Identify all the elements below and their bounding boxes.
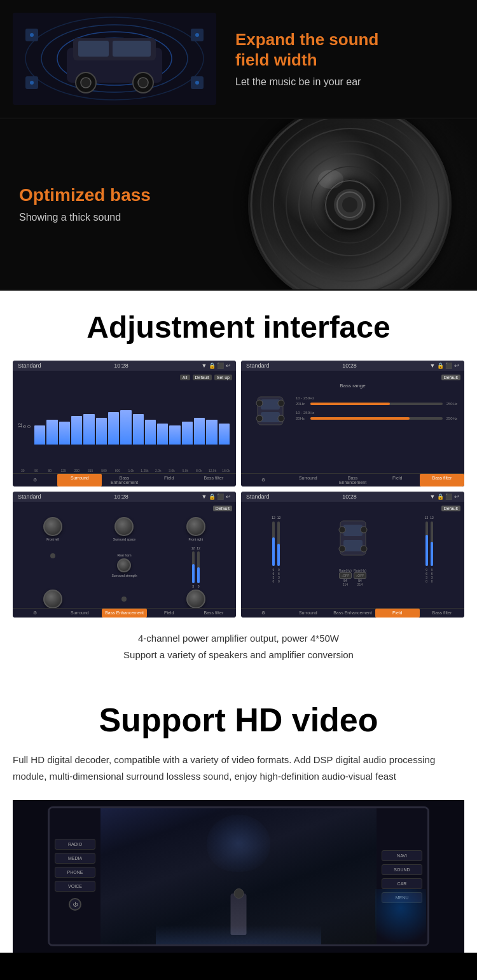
eq-bar-14 bbox=[194, 418, 205, 445]
knob-surstr-circle bbox=[117, 558, 131, 572]
ss-bass-time: 10:28 bbox=[342, 362, 357, 369]
knob-fl-circle bbox=[43, 517, 62, 536]
sound-field-text: Expand the sound field width Let the mus… bbox=[216, 30, 464, 87]
knob-empty2: 12 3 12 0 bbox=[163, 546, 229, 584]
field-vslider3: 12 9630 bbox=[425, 516, 429, 583]
sound-field-title: Expand the sound field width bbox=[235, 30, 464, 69]
knob-fr-circle bbox=[186, 517, 205, 536]
dev-btn-radio: RADIO bbox=[55, 839, 95, 850]
hd-title: Support HD video bbox=[13, 701, 464, 739]
ss-knobs-tab-field: Field bbox=[147, 609, 191, 618]
ss-bass-header: Standard 10:28 ▼ 🔒 ⬛ ↩ bbox=[241, 361, 464, 371]
eq-bar-9 bbox=[133, 414, 144, 445]
ss-knobs-header: Standard 10:28 ▼ 🔒 ⬛ ↩ bbox=[13, 492, 236, 502]
amplifier-info: 4-channel power amplifier output, power … bbox=[13, 630, 464, 663]
ss-eq-tab-bass-enh: BassEnhancement bbox=[102, 474, 146, 487]
knob-front-left: Front left bbox=[20, 517, 86, 541]
ss-bass-tabs: ⚙ Surround BassEnhancement Field Bass fi… bbox=[241, 473, 464, 487]
device-frame: RADIO MEDIA PHONE VOICE ⏻ NAVI bbox=[48, 806, 429, 946]
knob-fl-label: Front left bbox=[46, 537, 59, 541]
svg-point-38 bbox=[278, 400, 284, 406]
ss-field-tab-field: Field bbox=[375, 609, 420, 618]
ss-bass-buttons: Default bbox=[245, 375, 460, 380]
knob-surstr-label: Surround strength bbox=[111, 574, 137, 577]
power-button-icon: ⏻ bbox=[69, 898, 81, 911]
eq-bars-container bbox=[33, 403, 231, 448]
dev-btn-sound: SOUND bbox=[382, 864, 422, 875]
svg-point-18 bbox=[195, 33, 199, 37]
speaker-cone bbox=[248, 119, 452, 291]
svg-point-47 bbox=[339, 546, 345, 552]
hd-hero-glow bbox=[375, 889, 426, 953]
ss-field-tab-bass-enh: Bass Enhancement bbox=[330, 609, 375, 618]
field-car-svg bbox=[331, 516, 375, 567]
ss-eq-icons: ▼ 🔒 ⬛ ↩ bbox=[202, 362, 231, 369]
speaker-rings-svg bbox=[248, 119, 452, 291]
ss-knobs-btn-default: Default bbox=[213, 506, 232, 511]
hd-section: Support HD video Full HD digital decoder… bbox=[0, 682, 477, 953]
eq-bar-6 bbox=[96, 418, 107, 445]
ss-eq-btn-setup: Set up bbox=[214, 375, 232, 380]
ss-bass-content: Default Bass range bbox=[241, 371, 464, 483]
ss-field-icon: ⚙ bbox=[241, 609, 286, 618]
amplifier-line2: Support a variety of speakers and amplif… bbox=[13, 647, 464, 663]
bass-slider-label2: 10 - 250Hz bbox=[296, 411, 457, 415]
ss-knobs-time: 10:28 bbox=[114, 493, 128, 500]
eq-bar-5 bbox=[83, 414, 94, 445]
dev-btn-phone: PHONE bbox=[55, 867, 95, 878]
svg-rect-8 bbox=[113, 41, 151, 57]
svg-point-46 bbox=[361, 527, 367, 533]
ss-field-tab-surround: Surround bbox=[286, 609, 330, 618]
bass-sliders-area: 10 - 250Hz 20Hz 250Hz 10 - 250Hz 20Hz 25… bbox=[296, 396, 457, 425]
field-right-sliders: 12 9630 12 9630 bbox=[425, 516, 434, 583]
field-vslider2: 12 9630 bbox=[277, 516, 281, 583]
ss-eq-btn-default: Default bbox=[193, 375, 212, 380]
ss-bass-tab-filter: Bass filter bbox=[420, 474, 464, 487]
screenshot-bass: Standard 10:28 ▼ 🔒 ⬛ ↩ Default Bass rang… bbox=[241, 361, 464, 487]
ss-field-tabs: ⚙ Surround Bass Enhancement Field Bass f… bbox=[241, 608, 464, 618]
ss-knobs-tab-bass-filter: Bass filter bbox=[191, 609, 236, 618]
sound-field-subtitle: Let the music be in your ear bbox=[235, 76, 464, 88]
device-screen bbox=[100, 808, 377, 944]
ss-bass-icon: ⚙ bbox=[241, 474, 286, 487]
ss-eq-buttons: All Default Set up bbox=[17, 375, 232, 380]
svg-point-32 bbox=[318, 170, 343, 189]
hd-description: Full HD digital decoder, compatible with… bbox=[13, 752, 464, 784]
ss-eq-icon: ⚙ bbox=[13, 474, 57, 487]
ss-bass-btn-default: Default bbox=[441, 375, 460, 380]
svg-point-37 bbox=[256, 400, 263, 406]
dev-btn-car: CAR bbox=[382, 878, 422, 889]
ss-eq-tab-bass-filter: Bass filter bbox=[191, 474, 236, 487]
eq-bar-10 bbox=[145, 420, 156, 445]
svg-point-12 bbox=[138, 78, 148, 88]
ss-knobs-mode: Standard bbox=[18, 493, 41, 500]
ss-eq-tab-field: Field bbox=[147, 474, 191, 487]
knob-rr-circle bbox=[186, 590, 205, 609]
svg-point-20 bbox=[195, 81, 199, 85]
ss-knobs-icon: ⚙ bbox=[13, 609, 57, 618]
ss-field-header: Standard 10:28 ▼ 🔒 ⬛ ↩ bbox=[241, 492, 464, 502]
svg-rect-36 bbox=[261, 412, 280, 422]
knob-rl-circle bbox=[43, 590, 62, 609]
dev-btn-voice: VOICE bbox=[55, 881, 95, 892]
eq-bar-1 bbox=[34, 425, 45, 445]
svg-point-19 bbox=[30, 81, 34, 85]
eq-bar-3 bbox=[59, 422, 70, 445]
screen-glow-effect bbox=[207, 815, 270, 872]
svg-point-31 bbox=[342, 197, 357, 212]
svg-point-45 bbox=[339, 527, 345, 533]
bass-slider2: 20Hz 250Hz bbox=[296, 417, 457, 420]
knob-surround-space: Surround space bbox=[91, 517, 157, 541]
knob-empty1 bbox=[20, 546, 86, 584]
eq-bar-11 bbox=[157, 424, 168, 445]
field-center: Rate(Hz) ↓OFF 54 214 Rate(Hz) ↓OFF 54 21… bbox=[331, 516, 375, 586]
ss-knobs-tab-bass-enh: Bass Enhancement bbox=[102, 609, 146, 618]
device-left-buttons: RADIO MEDIA PHONE VOICE ⏻ bbox=[50, 808, 100, 944]
svg-point-10 bbox=[81, 78, 91, 88]
eq-bar-4 bbox=[71, 416, 82, 445]
ss-eq-btn-all: All bbox=[180, 375, 190, 380]
svg-point-39 bbox=[256, 415, 263, 422]
ss-bass-mode: Standard bbox=[246, 362, 270, 369]
field-left-sliders: 12 9630 12 9630 bbox=[272, 516, 280, 583]
dev-btn-media: MEDIA bbox=[55, 853, 95, 864]
